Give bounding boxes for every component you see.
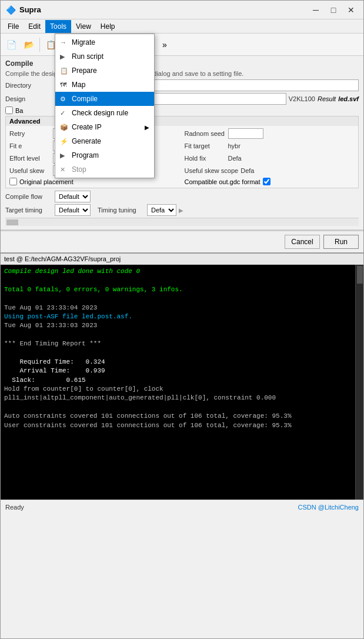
fit-target-value: hybr [228,142,269,149]
console-line [4,403,360,412]
console-line: Total 0 fatals, 0 errors, 0 warnings, 3 … [4,285,360,294]
dialog-buttons: Cancel Run [1,231,363,252]
menu-check-design[interactable]: ✓ Check design rule [55,106,154,120]
tools-dropdown: → Migrate ▶ Run script 📋 Prepare 🗺 Map ⚙… [55,34,155,178]
original-placement-check[interactable]: Original placement [9,178,74,185]
original-placement-item: Original placement [9,178,180,185]
compile-icon: ⚙ [60,95,66,103]
console-line [4,331,360,340]
useful-skew-scope-label: Useful skew scope [185,167,239,174]
menu-program[interactable]: ▶ Program [55,148,154,162]
ba-label: Ba [15,107,23,114]
timing-tuning-select[interactable]: Defa [147,204,176,216]
console-line [4,276,360,285]
run-script-icon: ▶ [60,53,65,61]
menu-stop[interactable]: ✕ Stop [55,162,154,177]
toolbar-open[interactable]: 📂 [21,36,37,53]
title-bar: 🔷 Supra ─ □ ✕ [1,1,363,19]
menu-migrate[interactable]: → Migrate [55,35,154,49]
menu-run-script[interactable]: ▶ Run script [55,49,154,64]
fit-target-item: Fit target hybr [185,141,355,151]
console-line: Hold from counter[0] to counter[0], cloc… [4,385,360,403]
console-line: Auto constraints covered 101 connections… [4,412,360,421]
stop-icon: ✕ [60,166,65,174]
directory-label: Directory [5,82,52,89]
window-controls: ─ □ ✕ [308,4,359,16]
menu-create-ip[interactable]: 📦 Create IP ▶ [55,120,154,134]
hold-fix-value: Defa [228,155,269,162]
status-right: CSDN @LitchiCheng [298,504,359,511]
radnom-label: Radnom seed [185,130,226,137]
radnom-seed-input[interactable] [228,128,263,139]
menu-help[interactable]: Help [96,20,120,33]
menu-prepare[interactable]: 📋 Prepare [55,64,154,78]
hold-fix-item: Hold fix Defa [185,153,355,164]
compatible-gdc-label: Compatible out.gdc format [185,178,261,185]
fit-target-label: Fit target [185,142,226,149]
compile-flow-label: Compile flow [5,193,52,200]
h-scrollbar[interactable] [5,218,359,226]
scroll-right-indicator: ▶ [179,207,183,214]
console-scrollbar[interactable] [355,265,363,500]
panel-title: test @ E:/tech/AGM-AG32VF/supra_proj [1,252,363,265]
toolbar-sep-1 [39,38,40,52]
console-line: Slack: 0.615 [4,376,360,385]
migrate-icon: → [60,39,66,46]
menu-generate[interactable]: ⚡ Generate [55,134,154,148]
original-placement-checkbox[interactable] [9,178,17,185]
generate-icon: ⚡ [60,138,68,145]
ba-checkbox[interactable] [5,106,13,114]
device-chip: V2KL100 [289,95,315,102]
menu-edit[interactable]: Edit [24,20,45,33]
target-timing-label: Target timing [5,207,52,214]
minimize-button[interactable]: ─ [308,4,323,16]
menu-file[interactable]: File [3,20,24,33]
design-label: Design [5,95,52,102]
original-placement-label: Original placement [19,178,74,185]
result-label: Result [318,95,336,102]
menu-bar: File Edit Tools View Help → Migrate ▶ Ru… [1,19,363,34]
check-design-icon: ✓ [60,109,65,117]
menu-map[interactable]: 🗺 Map [55,78,154,92]
console-line: User constraints covered 101 connections… [4,421,360,430]
console-scroll-thumb[interactable] [357,266,363,284]
cancel-button[interactable]: Cancel [285,235,320,249]
useful-skew-scope-item: Useful skew scope Defa [185,165,355,176]
placement-row: Original placement Compatible out.gdc fo… [9,178,355,185]
h-scroll-thumb[interactable] [6,219,18,225]
retry-label: Retry [9,130,51,137]
status-ready: Ready [5,504,24,511]
menu-tools[interactable]: Tools [45,20,71,33]
radnom-item: Radnom seed [185,128,355,139]
target-timing-select[interactable]: Default [55,204,91,216]
close-button[interactable]: ✕ [343,4,359,16]
effort-level-label: Effort level [9,155,51,162]
ba-check[interactable]: Ba [5,106,23,114]
compile-flow-select[interactable]: Default [55,191,91,202]
compatible-gdc-checkbox[interactable] [263,178,271,185]
prepare-icon: 📋 [60,67,68,75]
console-line: Tue Aug 01 23:33:04 2023 [4,304,360,312]
run-button[interactable]: Run [323,235,359,249]
app-icon: 🔷 [5,5,16,15]
target-timing-row: Target timing Default Timing tuning Defa… [5,204,359,216]
maximize-button[interactable]: □ [326,4,341,16]
console-line: Arrival Time: 0.939 [4,367,360,375]
menu-view[interactable]: View [71,20,96,33]
console-line: Tue Aug 01 23:33:03 2023 [4,321,360,330]
console-line: *** End Timing Report *** [4,340,360,348]
console-line [4,294,360,303]
compatible-gdc-item: Compatible out.gdc format [185,178,355,185]
console-line: Compile design led done with code 0 [4,267,360,276]
useful-skew-label: Useful skew [9,167,51,174]
advanced-label: Advanced [9,118,41,125]
compatible-gdc-check[interactable]: Compatible out.gdc format [185,178,271,185]
menu-compile[interactable]: ⚙ Compile [55,92,154,106]
toolbar-more[interactable]: » [156,36,173,53]
console-line: Using post-ASF file led.post.asf. [4,312,360,321]
program-icon: ▶ [60,152,65,159]
useful-skew-scope-value: Defa [241,167,282,174]
toolbar-new[interactable]: 📄 [3,36,19,53]
result-file: led.svf [338,95,359,102]
timing-tuning-label: Timing tuning [98,207,145,214]
